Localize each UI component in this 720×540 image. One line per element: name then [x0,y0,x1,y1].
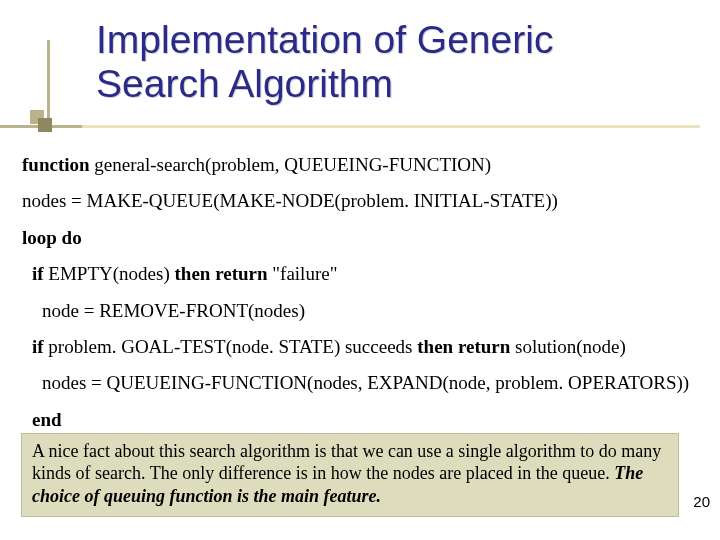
kw-function: function [22,154,90,175]
page-number: 20 [693,493,710,510]
title-line-1: Implementation of Generic [96,18,553,61]
kw-if-2: if [32,336,44,357]
slide-title: Implementation of Generic Search Algorit… [96,18,720,105]
code-line-5: node = REMOVE-FRONT(nodes) [22,300,704,322]
note-box: A nice fact about this search algorithm … [21,433,679,518]
code-line-3: loop do [22,227,704,249]
kw-then-return-2: then return [417,336,510,357]
code-line-7: nodes = QUEUEING-FUNCTION(nodes, EXPAND(… [22,372,704,394]
kw-loop-do: loop do [22,227,82,248]
code-line-8: end [22,409,704,431]
kw-if: if [32,263,44,284]
kw-then-return: then return [175,263,268,284]
title-area: Implementation of Generic Search Algorit… [0,0,720,140]
code-line-4: if EMPTY(nodes) then return "failure" [22,263,704,285]
code-line-6: if problem. GOAL-TEST(node. STATE) succe… [22,336,704,358]
code-line-2: nodes = MAKE-QUEUE(MAKE-NODE(problem. IN… [22,190,704,212]
title-line-2: Search Algorithm [96,62,393,105]
slide: Implementation of Generic Search Algorit… [0,0,720,540]
code-line-1: function general-search(problem, QUEUEIN… [22,154,704,176]
pseudocode-block: function general-search(problem, QUEUEIN… [22,154,704,431]
kw-end: end [32,409,62,430]
note-body: A nice fact about this search algorithm … [32,441,661,484]
